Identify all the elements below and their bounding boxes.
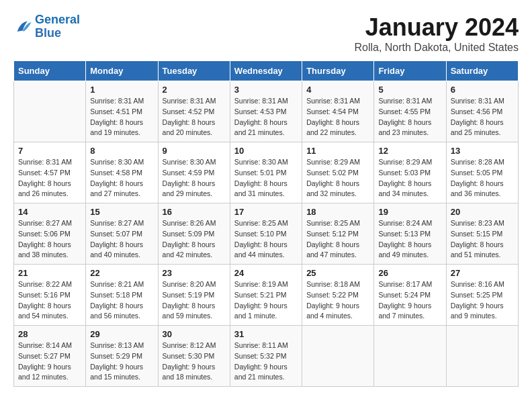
- calendar-day-cell: 10Sunrise: 8:30 AMSunset: 5:01 PMDayligh…: [230, 142, 302, 203]
- calendar-day-cell: 31Sunrise: 8:11 AMSunset: 5:32 PMDayligh…: [230, 326, 302, 387]
- day-number: 26: [378, 268, 441, 278]
- calendar-day-cell: 7Sunrise: 8:31 AMSunset: 4:57 PMDaylight…: [14, 142, 86, 203]
- day-info: Sunrise: 8:30 AMSunset: 4:59 PMDaylight:…: [163, 157, 226, 199]
- day-number: 23: [163, 268, 226, 278]
- day-header-saturday: Saturday: [446, 61, 518, 81]
- day-number: 28: [18, 329, 81, 339]
- calendar-day-cell: 16Sunrise: 8:26 AMSunset: 5:09 PMDayligh…: [158, 203, 230, 265]
- calendar-day-cell: 23Sunrise: 8:20 AMSunset: 5:19 PMDayligh…: [158, 265, 230, 326]
- calendar-day-cell: 21Sunrise: 8:22 AMSunset: 5:16 PMDayligh…: [14, 265, 86, 326]
- calendar-day-cell: [302, 326, 374, 387]
- day-info: Sunrise: 8:24 AMSunset: 5:13 PMDaylight:…: [378, 218, 441, 261]
- calendar-week-row: 28Sunrise: 8:14 AMSunset: 5:27 PMDayligh…: [14, 326, 519, 387]
- calendar-day-cell: 26Sunrise: 8:17 AMSunset: 5:24 PMDayligh…: [374, 265, 446, 326]
- day-number: 12: [378, 146, 441, 156]
- calendar-day-cell: [446, 326, 518, 387]
- day-info: Sunrise: 8:29 AMSunset: 5:03 PMDaylight:…: [378, 157, 441, 199]
- calendar-day-cell: 5Sunrise: 8:31 AMSunset: 4:55 PMDaylight…: [374, 81, 446, 142]
- calendar-day-cell: 2Sunrise: 8:31 AMSunset: 4:52 PMDaylight…: [158, 81, 230, 142]
- logo-text: General Blue: [35, 13, 80, 40]
- day-info: Sunrise: 8:31 AMSunset: 4:52 PMDaylight:…: [163, 96, 226, 138]
- calendar-title: January 2024: [354, 13, 519, 42]
- day-number: 18: [306, 207, 369, 217]
- calendar-week-row: 7Sunrise: 8:31 AMSunset: 4:57 PMDaylight…: [14, 142, 519, 203]
- calendar-table: SundayMondayTuesdayWednesdayThursdayFrid…: [13, 60, 519, 387]
- day-number: 1: [90, 85, 153, 95]
- day-info: Sunrise: 8:29 AMSunset: 5:02 PMDaylight:…: [306, 157, 369, 199]
- day-number: 22: [90, 268, 153, 278]
- calendar-day-cell: 17Sunrise: 8:25 AMSunset: 5:10 PMDayligh…: [230, 203, 302, 265]
- calendar-day-cell: 6Sunrise: 8:31 AMSunset: 4:56 PMDaylight…: [446, 81, 518, 142]
- day-number: 25: [306, 268, 369, 278]
- calendar-week-row: 14Sunrise: 8:27 AMSunset: 5:06 PMDayligh…: [14, 203, 519, 265]
- day-info: Sunrise: 8:27 AMSunset: 5:07 PMDaylight:…: [90, 218, 153, 261]
- day-header-sunday: Sunday: [14, 61, 86, 81]
- calendar-day-cell: 22Sunrise: 8:21 AMSunset: 5:18 PMDayligh…: [86, 265, 158, 326]
- day-number: 16: [163, 207, 226, 217]
- day-number: 8: [90, 146, 153, 156]
- day-number: 21: [18, 268, 81, 278]
- day-number: 19: [378, 207, 441, 217]
- calendar-day-cell: 25Sunrise: 8:18 AMSunset: 5:22 PMDayligh…: [302, 265, 374, 326]
- day-info: Sunrise: 8:23 AMSunset: 5:15 PMDaylight:…: [451, 218, 514, 261]
- day-header-monday: Monday: [86, 61, 158, 81]
- day-header-thursday: Thursday: [302, 61, 374, 81]
- calendar-day-cell: 14Sunrise: 8:27 AMSunset: 5:06 PMDayligh…: [14, 203, 86, 265]
- page-header: General Blue January 2024 Rolla, North D…: [13, 13, 519, 54]
- day-info: Sunrise: 8:13 AMSunset: 5:29 PMDaylight:…: [90, 340, 153, 383]
- day-number: 24: [234, 268, 298, 278]
- calendar-day-cell: 8Sunrise: 8:30 AMSunset: 4:58 PMDaylight…: [86, 142, 158, 203]
- calendar-day-cell: 19Sunrise: 8:24 AMSunset: 5:13 PMDayligh…: [374, 203, 446, 265]
- day-number: 13: [451, 146, 514, 156]
- day-info: Sunrise: 8:31 AMSunset: 4:56 PMDaylight:…: [451, 96, 514, 138]
- calendar-day-cell: 24Sunrise: 8:19 AMSunset: 5:21 PMDayligh…: [230, 265, 302, 326]
- day-info: Sunrise: 8:31 AMSunset: 4:54 PMDaylight:…: [306, 96, 369, 138]
- logo-icon: [13, 17, 32, 36]
- calendar-day-cell: 30Sunrise: 8:12 AMSunset: 5:30 PMDayligh…: [158, 326, 230, 387]
- calendar-day-cell: 9Sunrise: 8:30 AMSunset: 4:59 PMDaylight…: [158, 142, 230, 203]
- day-info: Sunrise: 8:31 AMSunset: 4:53 PMDaylight:…: [234, 96, 298, 138]
- day-number: 15: [90, 207, 153, 217]
- day-number: 31: [234, 329, 298, 339]
- day-number: 6: [451, 85, 514, 95]
- day-info: Sunrise: 8:16 AMSunset: 5:25 PMDaylight:…: [451, 279, 514, 322]
- calendar-day-cell: 12Sunrise: 8:29 AMSunset: 5:03 PMDayligh…: [374, 142, 446, 203]
- day-info: Sunrise: 8:31 AMSunset: 4:51 PMDaylight:…: [90, 96, 153, 138]
- day-info: Sunrise: 8:31 AMSunset: 4:57 PMDaylight:…: [18, 157, 81, 199]
- day-info: Sunrise: 8:21 AMSunset: 5:18 PMDaylight:…: [90, 279, 153, 322]
- day-number: 14: [18, 207, 81, 217]
- calendar-week-row: 1Sunrise: 8:31 AMSunset: 4:51 PMDaylight…: [14, 81, 519, 142]
- calendar-day-cell: 3Sunrise: 8:31 AMSunset: 4:53 PMDaylight…: [230, 81, 302, 142]
- day-number: 3: [234, 85, 298, 95]
- day-info: Sunrise: 8:31 AMSunset: 4:55 PMDaylight:…: [378, 96, 441, 138]
- day-number: 10: [234, 146, 298, 156]
- day-header-tuesday: Tuesday: [158, 61, 230, 81]
- day-info: Sunrise: 8:22 AMSunset: 5:16 PMDaylight:…: [18, 279, 81, 322]
- day-info: Sunrise: 8:26 AMSunset: 5:09 PMDaylight:…: [163, 218, 226, 261]
- calendar-day-cell: 28Sunrise: 8:14 AMSunset: 5:27 PMDayligh…: [14, 326, 86, 387]
- day-info: Sunrise: 8:30 AMSunset: 4:58 PMDaylight:…: [90, 157, 153, 199]
- day-number: 11: [306, 146, 369, 156]
- calendar-day-cell: 29Sunrise: 8:13 AMSunset: 5:29 PMDayligh…: [86, 326, 158, 387]
- calendar-day-cell: 20Sunrise: 8:23 AMSunset: 5:15 PMDayligh…: [446, 203, 518, 265]
- title-area: January 2024 Rolla, North Dakota, United…: [354, 13, 519, 54]
- day-number: 4: [306, 85, 369, 95]
- day-number: 30: [163, 329, 226, 339]
- day-info: Sunrise: 8:14 AMSunset: 5:27 PMDaylight:…: [18, 340, 81, 383]
- calendar-day-cell: 11Sunrise: 8:29 AMSunset: 5:02 PMDayligh…: [302, 142, 374, 203]
- day-number: 9: [163, 146, 226, 156]
- day-number: 2: [163, 85, 226, 95]
- day-number: 7: [18, 146, 81, 156]
- day-info: Sunrise: 8:28 AMSunset: 5:05 PMDaylight:…: [451, 157, 514, 199]
- day-info: Sunrise: 8:25 AMSunset: 5:12 PMDaylight:…: [306, 218, 369, 261]
- day-header-wednesday: Wednesday: [230, 61, 302, 81]
- day-info: Sunrise: 8:30 AMSunset: 5:01 PMDaylight:…: [234, 157, 298, 199]
- day-info: Sunrise: 8:19 AMSunset: 5:21 PMDaylight:…: [234, 279, 298, 322]
- calendar-day-cell: 15Sunrise: 8:27 AMSunset: 5:07 PMDayligh…: [86, 203, 158, 265]
- logo: General Blue: [13, 13, 80, 40]
- calendar-subtitle: Rolla, North Dakota, United States: [354, 42, 519, 54]
- day-info: Sunrise: 8:17 AMSunset: 5:24 PMDaylight:…: [378, 279, 441, 322]
- calendar-day-cell: 1Sunrise: 8:31 AMSunset: 4:51 PMDaylight…: [86, 81, 158, 142]
- day-info: Sunrise: 8:12 AMSunset: 5:30 PMDaylight:…: [163, 340, 226, 383]
- calendar-week-row: 21Sunrise: 8:22 AMSunset: 5:16 PMDayligh…: [14, 265, 519, 326]
